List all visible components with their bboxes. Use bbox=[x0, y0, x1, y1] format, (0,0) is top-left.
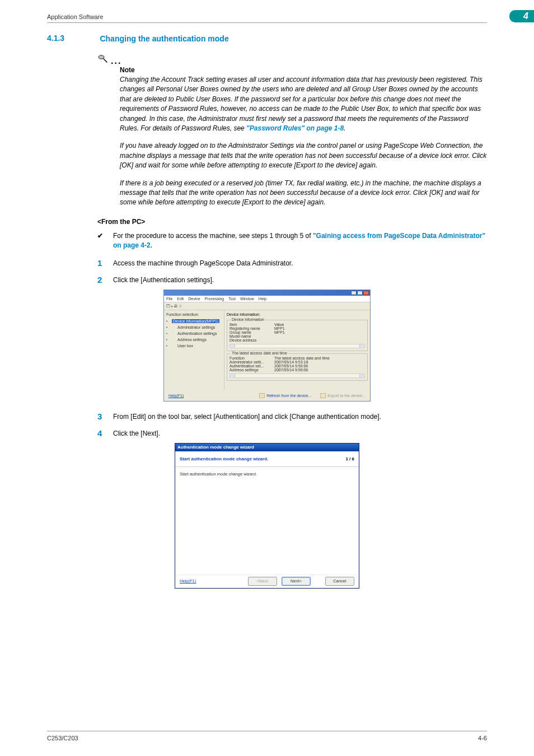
function-selection-label: Function selection: bbox=[166, 312, 222, 316]
screenshot-wizard: Authentication mode change wizard Start … bbox=[175, 443, 359, 589]
group2-legend: The latest access date and time bbox=[231, 351, 288, 355]
export-icon bbox=[320, 393, 326, 398]
back-button: <Back bbox=[248, 577, 277, 586]
g1-h2: Value bbox=[274, 323, 284, 326]
section-number: 4.1.3 bbox=[47, 34, 97, 43]
tree-address-settings[interactable]: Address settings bbox=[166, 337, 222, 343]
step-text-4: Click the [Next]. bbox=[113, 430, 160, 437]
g2-r1k: Authentication set... bbox=[229, 364, 274, 368]
step-text-3: From [Edit] on the tool bar, select [Aut… bbox=[113, 413, 381, 421]
group1-legend: Device information bbox=[231, 318, 265, 321]
note-label: Note bbox=[120, 66, 487, 74]
minimize-icon[interactable] bbox=[351, 291, 357, 295]
footer-page: 4-6 bbox=[478, 735, 487, 741]
note-p1-a: Changing the Account Track setting erase… bbox=[120, 76, 483, 132]
note-dots: ... bbox=[111, 56, 121, 66]
g2-r0k: Administrator setti... bbox=[229, 360, 274, 364]
win2-body: Start authentication mode change wizard. bbox=[175, 467, 359, 575]
g2-h1: Function bbox=[229, 356, 274, 360]
chapter-tab: 4 bbox=[509, 10, 534, 22]
menu-edit[interactable]: Edit bbox=[177, 297, 184, 301]
g2-r2v: 2007/05/14 9:56:06 bbox=[274, 368, 308, 372]
screenshot-data-administrator: File Edit Device Processing Tool Window … bbox=[163, 290, 371, 402]
menu-processing[interactable]: Processing bbox=[205, 297, 224, 301]
page-header: Application Software bbox=[47, 13, 103, 20]
g2-h2: The latest access date and time bbox=[274, 356, 330, 360]
note-icon bbox=[97, 54, 110, 66]
g1-r0k: Registering name bbox=[229, 326, 274, 330]
g2-r1v: 2007/05/14 9:56:06 bbox=[274, 364, 308, 368]
note-paragraph-3: If there is a job being executed or a re… bbox=[120, 179, 487, 208]
win1-toolbar: 🗔 ▸🖶 ⛭ bbox=[164, 302, 370, 310]
tree-admin-settings[interactable]: Administrator settings bbox=[166, 324, 222, 330]
g1-r0v: MFP1 bbox=[274, 326, 285, 330]
step-num-2: 2 bbox=[97, 275, 102, 284]
maximize-icon[interactable] bbox=[357, 291, 363, 295]
password-rules-link[interactable]: "Password Rules" on page 1-8 bbox=[246, 124, 344, 132]
win1-menu: File Edit Device Processing Tool Window … bbox=[164, 296, 370, 302]
checkline-pre: For the procedure to access the machine,… bbox=[113, 232, 313, 240]
win2-page: 1 / 6 bbox=[345, 456, 354, 461]
note-paragraph-1: Changing the Account Track setting erase… bbox=[120, 75, 487, 133]
refresh-icon bbox=[259, 393, 265, 398]
tree-user-box[interactable]: User box bbox=[166, 343, 222, 349]
g1-h1: Item bbox=[229, 323, 274, 326]
g1-r3k: Device address bbox=[229, 338, 274, 342]
refresh-button[interactable]: Refresh from the device... bbox=[259, 393, 311, 398]
tree-auth-settings[interactable]: Authentication settings bbox=[166, 330, 222, 337]
menu-window[interactable]: Window bbox=[240, 297, 254, 301]
from-pc-heading: <From the PC> bbox=[97, 218, 487, 226]
export-button[interactable]: Export to the device... bbox=[320, 393, 366, 398]
win1-help-link[interactable]: Help(F1) bbox=[168, 394, 184, 398]
menu-device[interactable]: Device bbox=[188, 297, 200, 301]
g2-r0v: 2007/05/14 9:53:18 bbox=[274, 360, 308, 364]
cancel-button[interactable]: Cancel bbox=[325, 577, 354, 586]
note-paragraph-2: If you have already logged on to the Adm… bbox=[120, 141, 487, 170]
device-info-label: Device information: bbox=[227, 312, 368, 316]
footer-model: C253/C203 bbox=[47, 735, 78, 741]
step-num-3: 3 bbox=[97, 412, 102, 421]
note-p1-b: . bbox=[344, 124, 345, 132]
menu-file[interactable]: File bbox=[166, 297, 172, 301]
svg-point-0 bbox=[99, 55, 104, 59]
close-icon[interactable] bbox=[363, 291, 369, 295]
g1-r1v: MFP1 bbox=[274, 330, 285, 334]
next-button[interactable]: Next> bbox=[282, 577, 311, 586]
win1-titlebar bbox=[164, 290, 370, 296]
g2-scrollbar[interactable] bbox=[229, 374, 365, 378]
win2-help-link[interactable]: Help(F1) bbox=[180, 578, 196, 584]
step-num-1: 1 bbox=[97, 258, 102, 268]
g1-r2k: Model name bbox=[229, 334, 274, 338]
menu-tool[interactable]: Tool bbox=[228, 297, 236, 301]
step-text-1: Access the machine through PageScope Dat… bbox=[113, 259, 293, 267]
check-icon: ✔ bbox=[97, 231, 103, 241]
win2-title: Authentication mode change wizard bbox=[175, 444, 359, 451]
g2-r2k: Address settings bbox=[229, 368, 274, 372]
g1-scrollbar[interactable] bbox=[229, 344, 365, 348]
step-text-2: Click the [Authentication settings]. bbox=[113, 276, 214, 284]
checkline-post: . bbox=[151, 241, 152, 249]
step-num-4: 4 bbox=[97, 428, 102, 438]
win2-head: Start authentication mode change wizard. bbox=[180, 456, 268, 461]
g1-r1k: Group name bbox=[229, 330, 274, 334]
tree-root[interactable]: Device information(MFP1) bbox=[166, 318, 222, 324]
menu-help[interactable]: Help bbox=[259, 297, 266, 301]
section-title: Changing the authentication mode bbox=[100, 34, 228, 43]
header-rule bbox=[47, 22, 487, 23]
